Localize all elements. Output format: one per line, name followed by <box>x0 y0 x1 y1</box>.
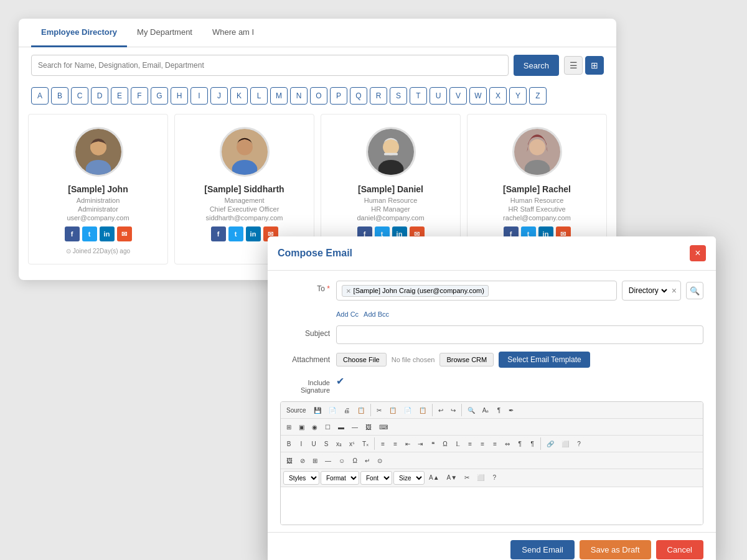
toolbar-btn-[interactable]: ≡ <box>377 437 388 450</box>
add-cc-link[interactable]: Add Cc <box>336 310 359 318</box>
toolbar-btn-[interactable]: 🖨 <box>341 404 353 416</box>
save-draft-button[interactable]: Save as Draft <box>580 540 651 559</box>
toolbar-btn-[interactable]: ❝ <box>427 437 438 450</box>
alpha-btn-O[interactable]: O <box>310 87 327 105</box>
editor-body[interactable] <box>281 487 703 525</box>
toolbar-btn-[interactable]: ⊞ <box>283 421 294 433</box>
alpha-btn-B[interactable]: B <box>51 87 68 105</box>
cancel-button[interactable]: Cancel <box>656 540 703 559</box>
toolbar-btn-[interactable]: ✒ <box>505 404 517 416</box>
alpha-btn-U[interactable]: U <box>430 87 447 105</box>
alpha-btn-K[interactable]: K <box>230 87 248 105</box>
alpha-btn-Q[interactable]: Q <box>350 87 367 105</box>
choose-file-button[interactable]: Choose File <box>336 353 387 366</box>
alpha-btn-C[interactable]: C <box>71 87 88 105</box>
to-tag-close-icon[interactable]: × <box>346 287 351 295</box>
directory-clear-icon[interactable]: × <box>672 286 677 296</box>
toolbar-btn-[interactable]: 🔗 <box>543 437 557 450</box>
toolbar-btn-extra-A[interactable]: A▼ <box>444 471 461 483</box>
add-bcc-link[interactable]: Add Bcc <box>364 310 389 318</box>
toolbar-btn-[interactable]: ≡ <box>477 437 488 450</box>
toolbar-btn-[interactable]: — <box>322 454 334 467</box>
select-template-button[interactable]: Select Email Template <box>499 352 590 368</box>
toolbar-btn-extra-[interactable]: ? <box>489 471 500 483</box>
toolbar-btn-[interactable]: ⊙ <box>374 454 385 467</box>
toolbar-btn-[interactable]: ◉ <box>309 421 321 433</box>
toolbar-btn-[interactable]: ☐ <box>322 421 334 433</box>
toolbar-btn-B[interactable]: B <box>283 437 294 450</box>
toolbar-btn-[interactable]: 📋 <box>386 404 400 416</box>
alpha-btn-V[interactable]: V <box>449 87 467 105</box>
facebook-icon[interactable]: f <box>211 226 226 241</box>
toolbar-btn-[interactable]: ▣ <box>296 421 308 433</box>
tab-my-department[interactable]: My Department <box>127 19 202 47</box>
directory-select[interactable]: Directory <box>626 286 669 296</box>
toolbar-btn-[interactable]: ? <box>573 437 585 450</box>
alpha-btn-P[interactable]: P <box>330 87 347 105</box>
toolbar-btn-[interactable]: ⇔ <box>502 437 513 450</box>
alpha-btn-J[interactable]: J <box>210 87 228 105</box>
toolbar-btn-[interactable]: ☺ <box>336 454 348 467</box>
list-view-icon[interactable]: ☰ <box>564 56 583 75</box>
facebook-icon[interactable]: f <box>65 226 80 241</box>
alpha-btn-H[interactable]: H <box>171 87 188 105</box>
toolbar-btn-[interactable]: ↵ <box>362 454 373 467</box>
search-button[interactable]: Search <box>514 55 559 76</box>
toolbar-btn-[interactable]: 🔍 <box>464 404 478 416</box>
toolbar-btn-x[interactable]: x₂ <box>333 437 345 450</box>
search-input[interactable] <box>31 55 509 76</box>
toolbar-btn-[interactable]: 📄 <box>326 404 339 416</box>
toolbar-btn-extra-A[interactable]: A▲ <box>426 471 443 483</box>
directory-search-icon[interactable]: 🔍 <box>686 282 703 299</box>
toolbar-btn-[interactable]: ⊞ <box>309 454 321 467</box>
alpha-btn-S[interactable]: S <box>390 87 407 105</box>
toolbar-btn-[interactable]: ⬜ <box>558 437 572 450</box>
twitter-icon[interactable]: t <box>228 226 243 241</box>
alpha-btn-T[interactable]: T <box>410 87 427 105</box>
toolbar-btn-A[interactable]: Aₐ <box>479 404 492 416</box>
toolbar-btn-[interactable]: 🖼 <box>283 454 296 467</box>
toolbar-btn-[interactable]: 📋 <box>416 404 430 416</box>
toolbar-btn-S[interactable]: S <box>321 437 332 450</box>
toolbar-btn-[interactable]: ≡ <box>390 437 401 450</box>
toolbar-btn-I[interactable]: I <box>296 437 307 450</box>
alpha-btn-R[interactable]: R <box>370 87 387 105</box>
toolbar-btn-[interactable]: ¶ <box>527 437 538 450</box>
toolbar-btn-[interactable]: Ω <box>439 437 451 450</box>
toolbar-btn-[interactable]: ⌨ <box>376 421 391 433</box>
toolbar-btn-[interactable]: ↩ <box>435 404 446 416</box>
toolbar-btn-[interactable]: Ω <box>349 454 360 467</box>
toolbar-btn-extra-[interactable]: ⬜ <box>474 471 487 483</box>
toolbar-btn-[interactable]: 🖼 <box>362 421 375 433</box>
tab-where-am-i[interactable]: Where am I <box>202 19 264 47</box>
toolbar-select-size[interactable]: Size <box>393 471 425 485</box>
alpha-btn-I[interactable]: I <box>190 87 208 105</box>
toolbar-btn-[interactable]: ¶ <box>493 404 504 416</box>
toolbar-btn-Source[interactable]: Source <box>283 404 309 416</box>
toolbar-btn-[interactable]: ≡ <box>464 437 476 450</box>
alpha-btn-Y[interactable]: Y <box>509 87 527 105</box>
toolbar-btn-[interactable]: ¶ <box>514 437 525 450</box>
toolbar-btn-[interactable]: — <box>349 421 361 433</box>
modal-close-button[interactable]: × <box>690 245 706 261</box>
alpha-btn-M[interactable]: M <box>270 87 288 105</box>
toolbar-btn-x[interactable]: xˢ <box>346 437 358 450</box>
alpha-btn-G[interactable]: G <box>151 87 168 105</box>
toolbar-btn-[interactable]: ⇤ <box>402 437 413 450</box>
alpha-btn-D[interactable]: D <box>91 87 108 105</box>
toolbar-btn-[interactable]: 💾 <box>311 404 324 416</box>
toolbar-btn-[interactable]: 📋 <box>354 404 368 416</box>
email-icon[interactable]: ✉ <box>117 226 132 241</box>
toolbar-select-styles[interactable]: Styles <box>283 471 319 485</box>
toolbar-btn-extra-[interactable]: ✂ <box>461 471 472 483</box>
toolbar-btn-[interactable]: ⊘ <box>297 454 308 467</box>
linkedin-icon[interactable]: in <box>246 226 261 241</box>
alpha-btn-X[interactable]: X <box>489 87 507 105</box>
alpha-btn-A[interactable]: A <box>31 87 49 105</box>
toolbar-btn-[interactable]: ✂ <box>374 404 385 416</box>
toolbar-select-format[interactable]: Format <box>321 471 359 485</box>
signature-checkbox[interactable]: ✔ <box>336 375 344 387</box>
linkedin-icon[interactable]: in <box>100 226 115 241</box>
alpha-btn-W[interactable]: W <box>469 87 487 105</box>
alpha-btn-N[interactable]: N <box>290 87 308 105</box>
